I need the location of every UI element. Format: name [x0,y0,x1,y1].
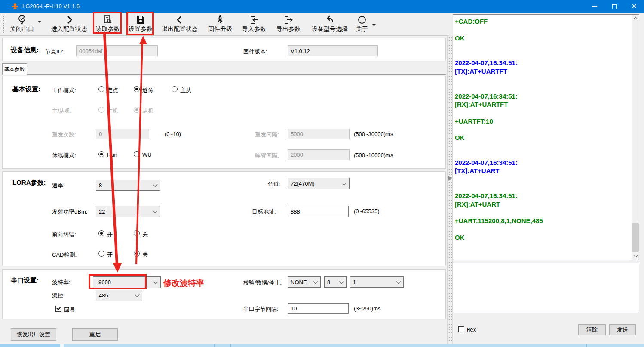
clear-button[interactable]: 清除 [578,324,606,335]
stop-bits-dropdown[interactable]: 1 [350,276,404,288]
scroll-up-icon[interactable] [632,15,639,22]
sleep-wu-label: WU [142,152,152,158]
send-button[interactable]: 发送 [609,324,636,335]
close-serial-dropdown-caret[interactable] [38,21,41,23]
baud-annotation-note: 修改波特率 [163,278,204,289]
toolbar-button-import-params[interactable]: 导入参数 [239,14,269,34]
tab-basic-params[interactable]: 基本参数 [2,63,27,75]
toolbar-label: 固件升级 [205,25,235,33]
target-address-field[interactable] [288,206,349,217]
node-id-label: 节点ID: [45,48,64,56]
about-dropdown-caret[interactable] [372,24,376,26]
title-bar: LG206-L-P-H10 V1.1.6 ✕ [0,0,644,13]
panel-splitter[interactable] [447,36,453,344]
resend-count-field[interactable] [96,129,149,139]
byte-interval-label: 串口字节间隔: [243,305,279,313]
log-panel: +CAD:OFFOK2022-04-07,16:34:51:[TX]:AT+UA… [453,14,639,260]
toolbar-label: 导入参数 [239,25,269,33]
sleep-wu-radio[interactable] [134,151,140,157]
baud-rate-value: 9600 [93,279,151,285]
byte-interval-field[interactable] [288,303,349,314]
chevron-down-icon [340,178,349,189]
toolbar-button-about[interactable]: 关于 [353,14,371,34]
toolbar-label: 关闭串口 [5,25,39,33]
log-line: [RX]:AT+UART [455,200,630,208]
taskbar-segment [0,344,60,347]
toolbar-button-firmware-upgrade[interactable]: 固件升级 [205,14,235,34]
echo-checkbox[interactable] [55,306,61,312]
cad-off-label: 关 [142,251,148,259]
log-line: OK [455,233,630,242]
toolbar-button-close-serial[interactable]: 关闭串口 [5,14,39,34]
toolbar-button-enter-config[interactable]: 进入配置状态 [46,14,93,34]
work-mode-radio-master-slave[interactable] [172,86,178,92]
scrollbar-thumb[interactable] [632,223,639,252]
resend-count-hint: (0~10) [165,131,181,137]
toolbar-button-set-params[interactable]: 设置参数 [126,14,155,34]
flow-control-dropdown[interactable]: 485 [96,290,142,301]
factory-reset-button[interactable]: 恢复出厂设置 [11,328,56,341]
tx-power-dropdown[interactable]: 22 [96,206,160,217]
toolbar-label: 关于 [353,25,371,33]
log-line [455,25,630,34]
toolbar-button-read-params[interactable]: 读取参数 [94,14,122,34]
data-bits-value: 8 [325,279,337,285]
flow-control-label: 流控: [52,292,65,300]
firmware-version-label: 固件版本: [243,48,267,56]
send-input[interactable] [453,263,639,313]
chevron-down-icon [311,277,320,287]
toolbar-button-export-params[interactable]: 导出参数 [273,14,304,34]
work-mode-option-label: 透传 [142,87,153,94]
channel-dropdown[interactable]: 72(470M) [288,178,350,189]
lora-params-panel: LORA参数: 速率: 8 信道: 72(470M) 发射功率dBm: 22 目… [2,171,446,266]
log-line: +CAD:OFF [455,17,630,25]
fec-on-radio[interactable] [98,230,104,236]
minimize-button[interactable] [585,0,604,13]
echo-label: 回显 [64,306,75,314]
resend-interval-field[interactable] [288,129,350,139]
sleep-run-radio[interactable] [98,151,104,157]
device-info-section-label: 设备信息: [11,46,39,54]
wake-interval-hint: (500~10000)ms [354,152,393,158]
log-scrollbar[interactable] [632,15,639,260]
channel-value: 72(470M) [288,180,340,187]
flow-control-value: 485 [96,292,132,299]
master-radio[interactable] [98,107,104,113]
work-mode-radio-transparent[interactable] [134,86,140,92]
toolbar-label: 导出参数 [273,25,304,33]
log-lines: +CAD:OFFOK2022-04-07,16:34:51:[TX]:AT+UA… [455,17,630,259]
log-line [455,225,630,233]
hex-checkbox[interactable] [458,326,464,332]
firmware-version-field[interactable] [288,45,378,56]
data-bits-dropdown[interactable]: 8 [324,276,347,288]
app-window: LG206-L-P-H10 V1.1.6 ✕ 关闭串口 进入配置状态 [0,0,644,347]
toolbar-button-exit-config[interactable]: 退出配置状态 [156,14,203,34]
toolbar-grip[interactable] [3,15,4,34]
baud-rate-dropdown[interactable]: 9600 [93,276,161,288]
close-button[interactable]: ✕ [624,0,644,13]
splitter-collapse-icon[interactable] [448,176,452,181]
cad-on-radio[interactable] [98,251,104,257]
restart-button[interactable]: 重启 [72,328,118,341]
maximize-button[interactable] [604,0,624,13]
parity-dropdown[interactable]: NONE [288,276,321,288]
hex-label: Hex [467,327,476,333]
tx-power-value: 22 [96,208,150,215]
cad-off-radio[interactable] [134,251,140,257]
scroll-down-icon[interactable] [632,252,639,260]
wake-interval-field[interactable] [288,149,350,160]
log-line [455,108,630,117]
work-mode-radio-fixed[interactable] [98,86,104,92]
serial-settings-panel: 串口设置: 波特率: 9600 流控: 485 回显 校验/数据/停止: NON… [2,269,446,319]
rate-dropdown[interactable]: 8 [96,180,160,191]
work-mode-label: 工作模式: [52,87,76,94]
basic-settings-panel: 基本设置: 工作模式: 定点 透传 主从 主/从机: 主机 从机 重发次数: (… [2,76,446,169]
node-id-field[interactable] [76,45,158,56]
toolbar-button-device-model-select[interactable]: 设备型号选择 [307,14,353,34]
splitter-grip [449,37,450,342]
basic-settings-section-label: 基本设置: [12,85,40,93]
chevron-down-icon [150,180,160,190]
fec-off-radio[interactable] [134,230,140,236]
slave-radio[interactable] [134,107,140,113]
log-line: OK [455,34,630,42]
